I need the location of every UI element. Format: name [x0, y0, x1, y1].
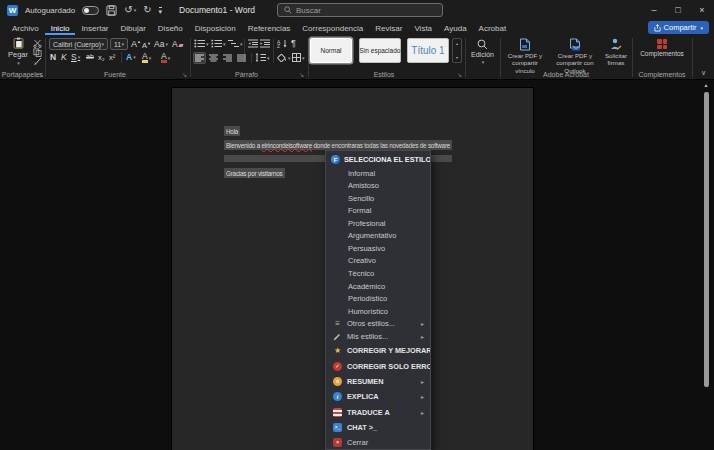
sort-button[interactable]: AZ	[277, 39, 288, 48]
doc-line-4[interactable]: Gracias por visitarnos	[224, 169, 285, 176]
tab-diseno[interactable]: Diseño	[152, 21, 189, 35]
style-card-titulo1[interactable]: Título 1	[407, 38, 449, 63]
request-signatures-button[interactable]: Solicitar firmas	[601, 38, 631, 67]
scroll-up-icon[interactable]: ▲	[702, 82, 710, 88]
complementos-button[interactable]: Complementos	[638, 39, 686, 57]
align-left-button[interactable]	[193, 52, 206, 64]
menu-item-informal[interactable]: Informal	[326, 167, 430, 180]
font-size-select[interactable]: 11▾	[110, 38, 128, 50]
edicion-button[interactable]: Edición ▾	[467, 39, 498, 65]
minimize-button[interactable]: –	[642, 0, 666, 20]
redo-button[interactable]: ↻	[143, 5, 151, 15]
numbering-button[interactable]: ▾	[211, 39, 226, 48]
menu-item-amistoso[interactable]: Amistoso	[326, 179, 430, 192]
menu-item-humoristico[interactable]: Humorístico	[326, 305, 430, 318]
menu-item-tecnico[interactable]: Técnico	[326, 267, 430, 280]
customize-qat-button[interactable]: ▾	[159, 7, 163, 14]
menu-item-resumen[interactable]: ≡ RESUMEN ▸	[326, 374, 430, 389]
undo-button[interactable]: ↺▾	[124, 5, 136, 15]
menu-item-periodistico[interactable]: Periodístico	[326, 292, 430, 305]
text-effects-button[interactable]: A▾	[126, 52, 136, 62]
dialog-launcher-icon[interactable]: ↘	[299, 71, 304, 78]
tab-vista[interactable]: Vista	[408, 21, 438, 35]
justify-button[interactable]	[235, 52, 248, 64]
menu-item-corregir-errores[interactable]: ✓ CORREGIR SOLO ERRORES	[326, 358, 430, 373]
superscript-button[interactable]: x²	[109, 53, 115, 62]
menu-item-sencillo[interactable]: Sencillo	[326, 192, 430, 205]
shrink-font-button[interactable]: A▼	[142, 41, 151, 50]
menu-item-explica[interactable]: i EXPLICA ▸	[326, 389, 430, 404]
cut-button[interactable]	[33, 39, 42, 48]
underline-button[interactable]: S▾	[71, 52, 80, 62]
save-button[interactable]	[106, 5, 117, 16]
tab-revisar[interactable]: Revisar	[369, 21, 408, 35]
create-pdf-link-button[interactable]: Crear PDF y compartir vínculo	[502, 38, 548, 74]
shading-button[interactable]: ▾	[277, 53, 291, 62]
increase-indent-button[interactable]	[260, 39, 270, 48]
menu-item-creativo[interactable]: Creativo	[326, 255, 430, 268]
decrease-indent-button[interactable]	[248, 39, 258, 48]
doc-line-2[interactable]: Bienvenido a elrincondelsoftware donde e…	[224, 141, 452, 148]
tab-correspondencia[interactable]: Correspondencia	[296, 21, 369, 35]
tab-inicio[interactable]: Inicio	[45, 21, 76, 35]
align-right-button[interactable]	[221, 52, 234, 64]
borders-button[interactable]: ▾	[292, 53, 305, 62]
menu-item-mis-estilos[interactable]: Mis estilos... ▸	[326, 330, 430, 343]
style-card-normal[interactable]: Normal	[310, 38, 352, 63]
menu-item-argumentativo[interactable]: Argumentativo	[326, 230, 430, 243]
italic-button[interactable]: K	[61, 52, 67, 62]
tab-disposicion[interactable]: Disposición	[189, 21, 242, 35]
dialog-launcher-icon[interactable]: ↘	[38, 71, 43, 78]
menu-item-persuasivo[interactable]: Persuasivo	[326, 242, 430, 255]
subscript-button[interactable]: x₂	[98, 53, 105, 62]
collapse-ribbon-icon[interactable]: ∨	[701, 69, 706, 77]
font-color-button[interactable]: A▾	[161, 52, 170, 63]
style-card-sin-espaciado[interactable]: Sin espaciado	[359, 38, 401, 63]
styles-scroll-buttons[interactable]: ▴ ▾	[452, 38, 462, 63]
font-name-select[interactable]: Calibri (Cuerpo)▾	[49, 38, 108, 50]
tab-referencias[interactable]: Referencias	[242, 21, 297, 35]
tab-dibujar[interactable]: Dibujar	[115, 21, 152, 35]
menu-item-profesional[interactable]: Profesional	[326, 217, 430, 230]
menu-item-chat[interactable]: >_ CHAT >_	[326, 420, 430, 435]
clear-formatting-button[interactable]: A	[172, 39, 183, 49]
copy-button[interactable]	[33, 48, 42, 57]
menu-item-otros-estilos[interactable]: ≡ Otros estilos... ▸	[326, 317, 430, 330]
paste-button[interactable]: Pegar ▾	[4, 37, 32, 66]
scroll-down-icon[interactable]: ▾	[456, 55, 458, 60]
share-button[interactable]: Compartir ▾	[648, 21, 709, 34]
close-button[interactable]: ×	[690, 0, 714, 20]
align-center-button[interactable]	[207, 52, 220, 64]
bold-button[interactable]: N	[50, 52, 56, 62]
doc-line-1[interactable]: Hola	[224, 127, 240, 134]
vertical-scrollbar[interactable]: ▲	[702, 81, 710, 450]
ribbon: Pegar ▾ Calibri (Cuerpo)▾ 11▾ A▲ A▼ Aa▾ …	[0, 36, 714, 80]
tab-insertar[interactable]: Insertar	[75, 21, 114, 35]
maximize-button[interactable]: □	[666, 0, 690, 20]
autosave-toggle[interactable]	[82, 6, 99, 15]
multilevel-list-button[interactable]: ▾	[228, 39, 243, 48]
grow-font-button[interactable]: A▲	[131, 39, 141, 49]
separator	[121, 52, 122, 63]
menu-item-cerrar[interactable]: × Cerrar	[326, 435, 430, 449]
dialog-launcher-icon[interactable]: ↘	[457, 71, 462, 78]
format-painter-button[interactable]	[33, 57, 42, 66]
tab-acrobat[interactable]: Acrobat	[473, 21, 513, 35]
create-pdf-outlook-button[interactable]: Crear PDF y compartir con Outlook	[549, 38, 601, 74]
menu-item-academico[interactable]: Académico	[326, 280, 430, 293]
pilcrow-button[interactable]: ¶	[291, 38, 296, 48]
highlight-color-button[interactable]: A▾	[142, 52, 151, 63]
tab-ayuda[interactable]: Ayuda	[438, 21, 473, 35]
menu-item-traduce[interactable]: TRADUCE A ▸	[326, 404, 430, 419]
strikethrough-button[interactable]: ab	[86, 53, 94, 60]
bullets-button[interactable]: ▾	[194, 39, 209, 48]
change-case-button[interactable]: Aa▾	[154, 39, 168, 49]
menu-item-formal[interactable]: Formal	[326, 204, 430, 217]
menu-item-corregir-mejorar[interactable]: ★ CORREGIR Y MEJORAR	[326, 343, 430, 358]
scrollbar-thumb[interactable]	[704, 92, 709, 387]
tab-archivo[interactable]: Archivo	[6, 21, 45, 35]
search-input[interactable]: Buscar	[277, 3, 443, 17]
scroll-up-icon[interactable]: ▴	[456, 41, 458, 46]
line-spacing-button[interactable]: ▾	[255, 53, 270, 62]
dialog-launcher-icon[interactable]: ↘	[182, 71, 187, 78]
